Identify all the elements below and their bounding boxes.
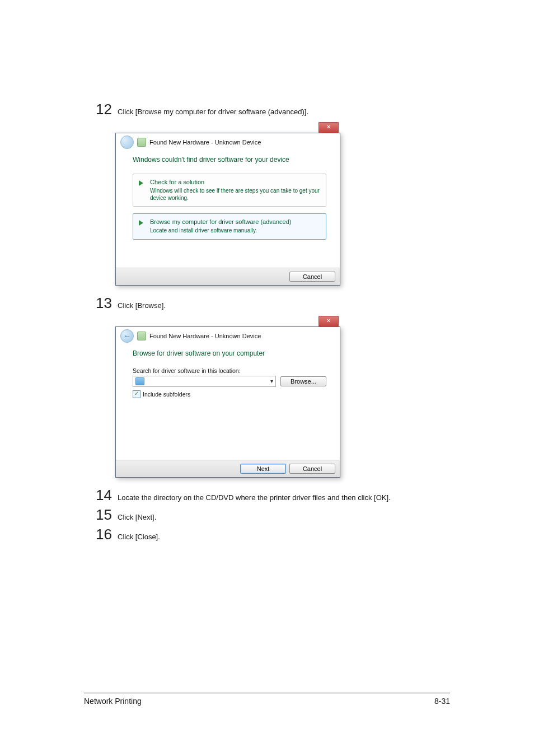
dialog-header: Found New Hardware - Unknown Device: [116, 133, 340, 152]
option-title: Browse my computer for driver software (…: [150, 218, 291, 225]
step-16: 16 Click [Close].: [84, 526, 450, 543]
dialog-heading: Windows couldn't find driver software fo…: [133, 156, 326, 164]
footer-section-title: Network Printing: [84, 697, 142, 706]
content-area: 12 Click [Browse my computer for driver …: [84, 101, 450, 693]
footer-page-number: 8-31: [434, 697, 450, 706]
dialog-title: Found New Hardware - Unknown Device: [149, 139, 261, 146]
browse-driver-dialog: Found New Hardware - Unknown Device Brow…: [115, 326, 340, 478]
dialog-2-container: Found New Hardware - Unknown Device Brow…: [115, 315, 450, 478]
hardware-icon: [137, 138, 146, 147]
include-subfolders-label: Include subfolders: [143, 391, 190, 398]
checkbox-checked-icon[interactable]: [133, 390, 140, 398]
found-new-hardware-dialog: Found New Hardware - Unknown Device Wind…: [115, 133, 340, 286]
page-footer: Network Printing 8-31: [84, 693, 450, 706]
back-icon[interactable]: [120, 329, 134, 343]
cancel-button[interactable]: Cancel: [289, 464, 335, 474]
location-row: ▾ Browse...: [133, 376, 326, 387]
dialog-heading: Browse for driver software on your compu…: [133, 349, 326, 357]
arrow-icon: [139, 179, 147, 186]
dialog-body: Windows couldn't find driver software fo…: [116, 152, 340, 268]
step-number: 13: [84, 295, 118, 312]
step-number: 15: [84, 506, 118, 524]
step-12: 12 Click [Browse my computer for driver …: [84, 101, 450, 118]
hardware-icon: [137, 332, 146, 340]
arrow-icon: [139, 218, 147, 226]
dialog-frame-outer: Found New Hardware - Unknown Device Brow…: [115, 315, 450, 478]
document-page: 12 Click [Browse my computer for driver …: [0, 0, 534, 756]
step-15: 15 Click [Next].: [84, 506, 450, 524]
folder-icon: [135, 377, 144, 385]
step-text: Click [Browse my computer for driver sof…: [118, 102, 308, 117]
step-text: Click [Close].: [118, 530, 160, 542]
step-number: 16: [84, 526, 118, 543]
option-title: Check for a solution: [150, 179, 204, 185]
search-location-label: Search for driver software in this locat…: [133, 367, 326, 374]
option-desc: Locate and install driver software manua…: [150, 227, 320, 235]
next-button[interactable]: Next: [240, 464, 286, 474]
close-icon[interactable]: [318, 316, 339, 327]
dialog-header: Found New Hardware - Unknown Device: [116, 327, 340, 346]
close-icon[interactable]: [318, 122, 339, 133]
option-check-solution[interactable]: Check for a solution Windows will check …: [133, 174, 326, 207]
dialog-1-container: Found New Hardware - Unknown Device Wind…: [115, 122, 450, 286]
step-number: 12: [84, 101, 118, 118]
location-input[interactable]: ▾: [133, 376, 276, 387]
option-desc: Windows will check to see if there are s…: [150, 188, 320, 202]
include-subfolders-row[interactable]: Include subfolders: [133, 390, 326, 398]
step-text: Click [Browse].: [118, 296, 166, 311]
chevron-down-icon[interactable]: ▾: [270, 378, 273, 384]
cancel-button[interactable]: Cancel: [289, 272, 335, 282]
step-13: 13 Click [Browse].: [84, 295, 450, 312]
dialog-title: Found New Hardware - Unknown Device: [149, 333, 261, 339]
back-icon[interactable]: [120, 136, 134, 149]
step-text: Locate the directory on the CD/DVD where…: [118, 488, 391, 503]
step-number: 14: [84, 487, 118, 504]
option-browse-computer[interactable]: Browse my computer for driver software (…: [133, 213, 326, 240]
step-14: 14 Locate the directory on the CD/DVD wh…: [84, 487, 450, 504]
step-text: Click [Next].: [118, 510, 156, 522]
dialog-footer: Next Cancel: [116, 460, 340, 477]
dialog-footer: Cancel: [116, 268, 340, 285]
browse-button[interactable]: Browse...: [280, 376, 326, 386]
dialog-frame-outer: Found New Hardware - Unknown Device Wind…: [115, 122, 450, 286]
dialog-body: Browse for driver software on your compu…: [116, 346, 340, 460]
